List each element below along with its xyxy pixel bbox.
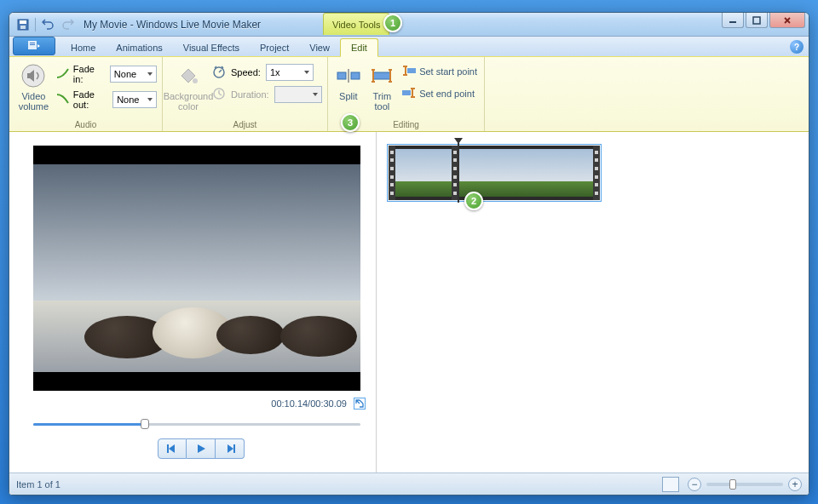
svg-rect-19 [233, 444, 235, 453]
svg-rect-2 [20, 26, 26, 29]
svg-rect-3 [729, 21, 736, 23]
background-color-button: Background color [168, 59, 209, 112]
split-icon [335, 62, 362, 89]
minimize-button[interactable] [722, 13, 744, 28]
close-button[interactable] [769, 13, 805, 28]
bgcolor-label: Background color [164, 91, 214, 112]
tab-project[interactable]: Project [250, 39, 299, 56]
svg-rect-4 [753, 17, 760, 24]
save-icon[interactable] [16, 18, 30, 32]
zoom-controls: − + [662, 477, 802, 492]
split-label: Split [339, 91, 357, 101]
play-button[interactable] [187, 438, 216, 459]
trim-icon [368, 62, 395, 89]
set-start-point-button[interactable]: Set start point [400, 64, 479, 79]
zoom-out-button[interactable]: − [688, 478, 701, 491]
tab-home[interactable]: Home [60, 39, 106, 56]
svg-rect-7 [30, 44, 35, 45]
video-preview[interactable] [33, 146, 360, 391]
clip-strip[interactable] [387, 144, 602, 202]
callout-1: 1 [383, 14, 402, 32]
svg-rect-6 [30, 43, 35, 43]
help-icon[interactable]: ? [790, 40, 804, 54]
svg-rect-17 [402, 90, 411, 95]
ribbon-tabs: Home Animations Visual Effects Project V… [9, 37, 809, 57]
svg-rect-16 [407, 68, 416, 73]
callout-2: 2 [464, 192, 483, 210]
undo-icon[interactable] [41, 18, 55, 32]
contextual-tab-label: Video Tools [323, 13, 389, 35]
next-frame-button[interactable] [216, 438, 245, 459]
group-audio-label: Audio [14, 118, 157, 131]
group-adjust-label: Adjust [168, 118, 322, 131]
set-start-icon [402, 66, 416, 77]
clip-thumbnail[interactable] [389, 146, 458, 200]
fit-to-window-button[interactable] [662, 477, 679, 492]
fade-in-icon [56, 67, 70, 81]
ribbon: Video volume Fade in: None Fade out: Non… [9, 57, 809, 132]
svg-point-9 [193, 78, 198, 83]
fade-in-combo[interactable]: None [110, 66, 157, 83]
trim-label: Trim tool [373, 91, 392, 112]
window-title: My Movie - Windows Live Movie Maker [84, 19, 261, 31]
tab-view[interactable]: View [299, 39, 340, 56]
duration-combo [274, 86, 322, 103]
set-end-point-button[interactable]: Set end point [400, 86, 479, 101]
titlebar: My Movie - Windows Live Movie Maker Vide… [9, 13, 809, 37]
svg-rect-13 [351, 72, 360, 79]
svg-rect-15 [373, 72, 390, 79]
preview-pane: 00:10.14/00:30.09 [9, 132, 376, 472]
tab-animations[interactable]: Animations [106, 39, 172, 56]
speed-combo[interactable]: 1x [266, 64, 314, 81]
svg-rect-18 [167, 444, 169, 453]
trim-button[interactable]: Trim tool [367, 59, 398, 112]
set-end-icon [402, 88, 416, 100]
video-volume-button[interactable]: Video volume [14, 59, 53, 112]
seek-slider[interactable] [33, 421, 360, 427]
playhead[interactable] [458, 143, 459, 203]
duration-icon [212, 87, 226, 102]
item-count-label: Item 1 of 1 [16, 479, 60, 490]
file-menu-button[interactable] [13, 37, 55, 55]
svg-rect-12 [337, 72, 346, 79]
content-area: 00:10.14/00:30.09 [9, 132, 809, 472]
speed-icon [212, 65, 226, 80]
callout-3: 3 [341, 113, 360, 132]
time-display: 00:10.14/00:30.09 [271, 398, 347, 409]
tab-edit[interactable]: Edit [340, 38, 378, 57]
speaker-icon [20, 62, 47, 89]
status-bar: Item 1 of 1 − + [9, 472, 809, 495]
app-window: My Movie - Windows Live Movie Maker Vide… [9, 12, 809, 495]
paint-bucket-icon [175, 62, 202, 89]
fade-out-icon [56, 93, 70, 106]
fullscreen-icon[interactable] [354, 398, 366, 410]
split-button[interactable]: Split [333, 59, 364, 101]
set-end-label: Set end point [419, 89, 475, 99]
timeline-pane[interactable] [376, 132, 809, 472]
fade-out-label: Fade out: [73, 89, 109, 110]
prev-frame-button[interactable] [158, 438, 187, 459]
zoom-slider[interactable] [706, 483, 783, 486]
tab-visual-effects[interactable]: Visual Effects [173, 39, 250, 56]
fade-out-combo[interactable]: None [112, 91, 157, 108]
redo-icon[interactable] [61, 18, 75, 32]
maximize-button[interactable] [746, 13, 768, 28]
speed-label: Speed: [231, 67, 261, 77]
zoom-in-button[interactable]: + [788, 478, 802, 491]
fade-in-label: Fade in: [73, 64, 107, 84]
set-start-label: Set start point [419, 66, 477, 77]
svg-rect-1 [20, 20, 26, 24]
duration-label: Duration: [231, 89, 269, 100]
clip-thumbnail[interactable] [458, 146, 600, 200]
video-volume-label: Video volume [19, 91, 49, 112]
